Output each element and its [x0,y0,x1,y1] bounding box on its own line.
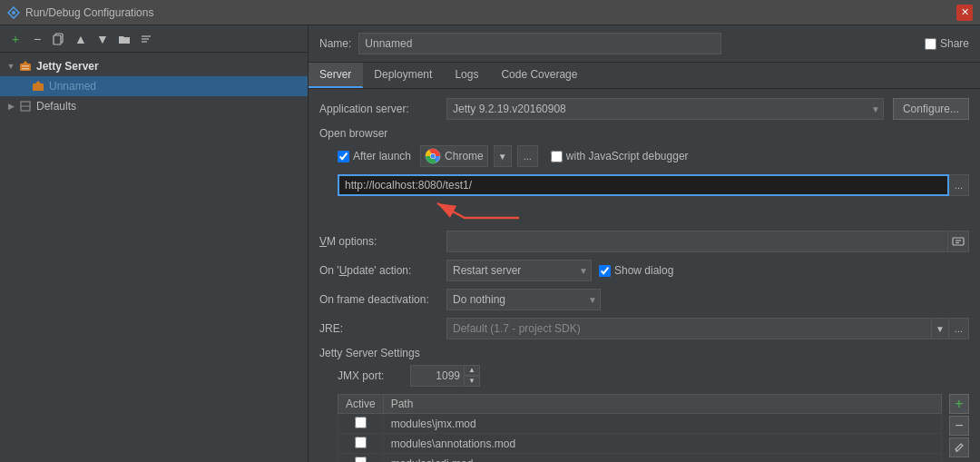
tree-item-unnamed[interactable]: Unnamed [0,76,308,96]
show-dialog-checkbox[interactable] [599,265,611,277]
vm-options-label: VM options: [319,235,446,248]
frame-deact-label: On frame deactivation: [319,293,446,306]
tab-logs[interactable]: Logs [444,63,490,88]
svg-point-1 [12,11,15,15]
defaults-label: Defaults [36,100,76,113]
table-side-buttons: + − [949,394,969,457]
tree-group-jetty[interactable]: ▼ Jetty Server [0,56,308,76]
defaults-arrow: ▶ [5,101,16,112]
share-label: Share [940,37,969,50]
remove-config-button[interactable]: − [27,29,47,49]
vm-input-wrap [446,231,969,252]
module-checkbox-jmx[interactable] [355,417,367,428]
move-down-button[interactable]: ▼ [93,29,113,49]
configure-button[interactable]: Configure... [893,98,969,120]
remove-module-button[interactable]: − [949,416,969,436]
table-row: modules\annotations.mod [338,434,942,454]
module-checkbox-annotations[interactable] [355,437,367,448]
vm-expand-button[interactable] [948,231,969,252]
name-label: Name: [319,37,351,50]
app-server-row: Application server: Jetty 9.2.19.v201609… [319,98,969,120]
jmx-port-label: JMX port: [338,369,410,382]
vm-options-input[interactable] [446,231,948,252]
open-browser-label: Open browser [319,127,969,140]
add-config-button[interactable]: + [5,29,25,49]
move-up-button[interactable]: ▲ [71,29,91,49]
sort-button[interactable] [136,29,156,49]
unnamed-label: Unnamed [49,80,96,93]
svg-point-16 [431,154,436,159]
jmx-spinner: ▲ ▼ [465,365,480,387]
svg-rect-10 [33,84,44,91]
tab-server[interactable]: Server [309,63,363,88]
tree-arrow-jetty: ▼ [5,61,16,72]
after-launch-checkbox[interactable] [338,151,349,162]
col-path: Path [383,395,941,414]
show-dialog-label: Show dialog [614,264,673,277]
close-button[interactable]: ✕ [956,5,973,21]
browser-dropdown: Chrome [420,145,488,167]
tree-container: ▼ Jetty Server [0,53,308,462]
svg-rect-8 [22,65,29,67]
jetty-icon [18,59,33,74]
table-row: modules\cdi.mod [338,454,942,463]
tab-deployment[interactable]: Deployment [363,63,444,88]
jmx-increment-button[interactable]: ▲ [465,365,480,376]
tree-group-defaults[interactable]: ▶ Defaults [0,96,308,116]
after-launch-row: After launch [319,145,969,167]
modules-section: Active Path modules\jmx.mod modules\anno… [319,394,969,462]
svg-rect-18 [953,238,964,245]
svg-rect-7 [20,64,31,71]
config-content: Application server: Jetty 9.2.19.v201609… [309,89,980,462]
browser-name: Chrome [445,150,484,162]
url-input[interactable] [338,174,949,196]
url-extra-button[interactable]: ... [949,174,969,196]
browser-more-button[interactable]: ... [517,145,538,167]
module-path-annotations: modules\annotations.mod [383,434,941,454]
add-module-button[interactable]: + [949,394,969,414]
jre-row: JRE: Default (1.7 - project SDK) ▼ ... [319,318,969,339]
svg-rect-9 [22,68,29,70]
after-launch-checkbox-wrap: After launch [338,150,411,162]
jetty-server-label: Jetty Server [36,60,99,73]
module-path-cdi: modules\cdi.mod [383,454,941,463]
edit-module-button[interactable] [949,437,969,457]
defaults-icon [18,99,33,113]
title-bar: Run/Debug Configurations ✕ [0,0,980,25]
jre-more-button[interactable]: ... [949,318,969,339]
jre-dropdown-button[interactable]: ▼ [932,318,949,339]
right-panel: Name: Share Server Deployment Logs Code … [309,25,980,462]
js-debugger-label: with JavaScript debugger [566,150,689,162]
jmx-port-input[interactable] [410,365,465,387]
url-row: ... [319,174,969,196]
tab-code-coverage[interactable]: Code Coverage [490,63,589,88]
jre-label: JRE: [319,322,446,335]
config-header: Name: Share [309,25,980,63]
copy-config-button[interactable] [49,29,69,49]
update-action-row: On 'Update' action: Restart server ▼ Sho… [319,260,969,281]
share-checkbox[interactable] [925,38,936,50]
jetty-settings-label: Jetty Server Settings [319,347,969,359]
show-dialog-wrap: Show dialog [599,264,673,277]
after-launch-label: After launch [353,150,411,162]
vm-options-row: VM options: [319,231,969,252]
share-row: Share [925,37,969,50]
config-name-row: Name: [319,33,721,54]
js-debugger-checkbox[interactable] [551,151,563,162]
folder-button[interactable] [114,29,134,49]
update-action-select[interactable]: Restart server [446,260,592,281]
app-server-select[interactable]: Jetty 9.2.19.v20160908 [446,98,884,120]
app-server-label: Application server: [319,103,446,115]
red-arrow [374,194,555,220]
jre-select[interactable]: Default (1.7 - project SDK) [446,318,932,339]
name-input[interactable] [358,33,721,54]
frame-deact-select[interactable]: Do nothing [446,289,601,310]
jmx-decrement-button[interactable]: ▼ [465,376,480,387]
update-action-label: On 'Update' action: [319,264,446,277]
unnamed-arrow [18,81,29,92]
frame-deact-row: On frame deactivation: Do nothing ▼ [319,289,969,310]
app-icon [7,6,20,19]
browser-dropdown-arrow[interactable]: ▼ [494,145,512,167]
module-checkbox-cdi[interactable] [355,457,367,463]
chrome-icon [425,148,441,164]
